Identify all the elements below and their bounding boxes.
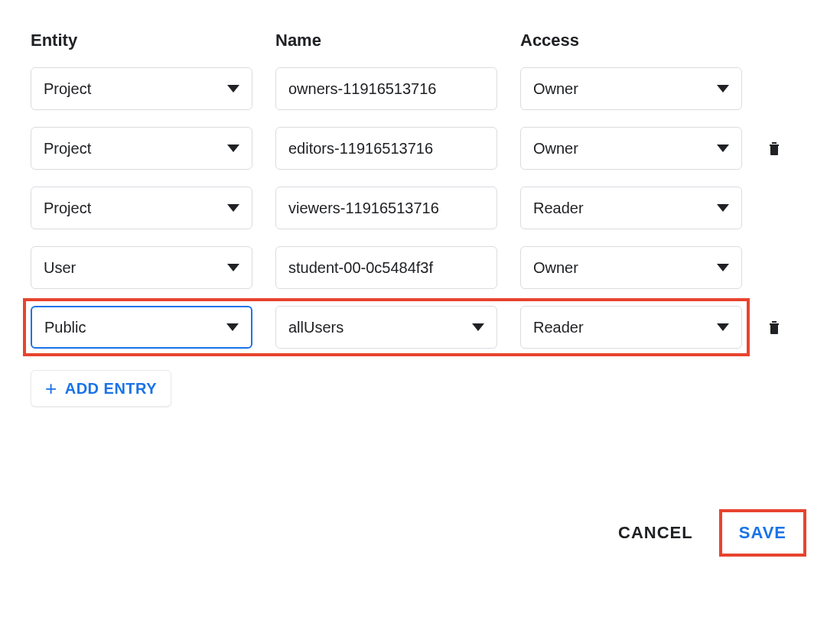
entity-value: Project: [44, 200, 218, 217]
chevron-down-icon: [717, 145, 729, 152]
entity-value: User: [44, 259, 218, 277]
permissions-grid: Entity Name Access Projectowners-1191651…: [31, 31, 809, 349]
name-value: editors-11916513716: [288, 140, 484, 158]
access-select[interactable]: Owner: [520, 67, 742, 110]
chevron-down-icon: [227, 85, 239, 93]
save-button[interactable]: SAVE: [724, 514, 802, 552]
entity-value: Project: [44, 140, 218, 158]
access-select[interactable]: Reader: [520, 306, 742, 349]
access-value: Reader: [533, 319, 708, 336]
add-entry-button[interactable]: + ADD ENTRY: [31, 370, 171, 407]
chevron-down-icon: [472, 323, 484, 331]
trash-icon: [765, 139, 783, 158]
trash-icon: [765, 318, 783, 336]
name-value: allUsers: [288, 319, 463, 336]
chevron-down-icon: [717, 264, 729, 271]
plus-icon: +: [45, 378, 57, 398]
access-value: Owner: [533, 259, 708, 277]
entity-select[interactable]: Public: [31, 306, 252, 349]
name-value: owners-11916513716: [288, 80, 484, 98]
add-entry-label: ADD ENTRY: [65, 380, 157, 398]
access-value: Reader: [533, 200, 708, 217]
cancel-button[interactable]: CANCEL: [618, 523, 693, 543]
chevron-down-icon: [717, 204, 729, 212]
name-field[interactable]: student-00-0c5484f3f: [275, 246, 497, 289]
name-field[interactable]: owners-11916513716: [275, 67, 497, 110]
header-entity: Entity: [31, 31, 252, 50]
access-select[interactable]: Owner: [520, 127, 742, 170]
name-value: viewers-11916513716: [288, 200, 484, 217]
header-access: Access: [520, 31, 742, 50]
chevron-down-icon: [717, 85, 729, 93]
entity-select[interactable]: User: [31, 246, 252, 289]
delete-row-button[interactable]: [765, 139, 783, 158]
name-field[interactable]: viewers-11916513716: [275, 187, 497, 229]
name-field[interactable]: allUsers: [275, 306, 497, 349]
entity-value: Public: [44, 319, 217, 336]
chevron-down-icon: [227, 145, 239, 152]
entity-select[interactable]: Project: [31, 187, 252, 229]
chevron-down-icon: [717, 323, 729, 331]
entity-value: Project: [44, 80, 218, 98]
chevron-down-icon: [227, 204, 239, 212]
header-name: Name: [275, 31, 497, 50]
access-value: Owner: [533, 140, 708, 158]
access-select[interactable]: Owner: [520, 246, 742, 289]
name-field[interactable]: editors-11916513716: [275, 127, 497, 170]
delete-row-button[interactable]: [765, 318, 783, 336]
chevron-down-icon: [226, 323, 239, 331]
entity-select[interactable]: Project: [31, 67, 252, 110]
entity-select[interactable]: Project: [31, 127, 252, 170]
permissions-editor: Entity Name Access Projectowners-1191651…: [31, 31, 809, 552]
dialog-footer: CANCEL SAVE: [31, 514, 809, 552]
chevron-down-icon: [227, 264, 239, 271]
access-select[interactable]: Reader: [520, 187, 742, 229]
name-value: student-00-0c5484f3f: [288, 259, 484, 277]
access-value: Owner: [533, 80, 708, 98]
